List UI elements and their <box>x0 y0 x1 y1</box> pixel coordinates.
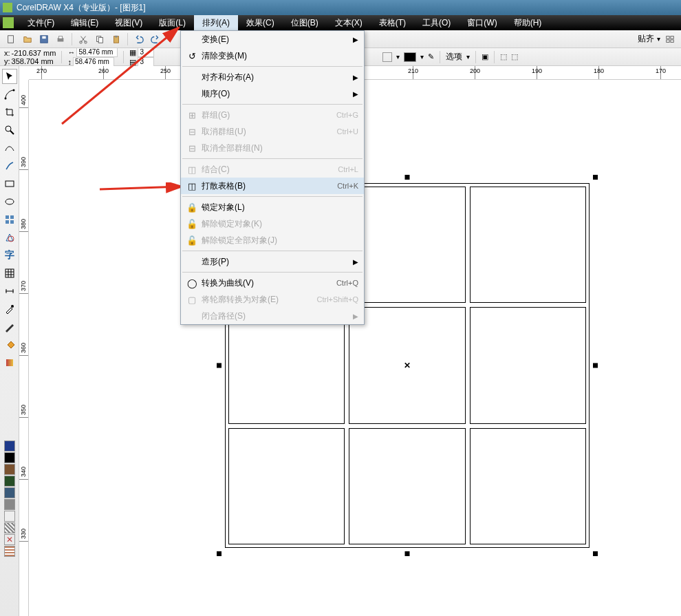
to-front-button[interactable]: ⬚ <box>500 52 507 61</box>
menu-4[interactable]: 排列(A) <box>194 15 238 31</box>
undo-button[interactable] <box>132 32 146 46</box>
outline-icon: ▢ <box>184 295 200 305</box>
cols-input[interactable] <box>138 47 154 57</box>
menu-5[interactable]: 效果(C) <box>238 15 283 31</box>
snap-dropdown-arrow[interactable]: ▾ <box>657 35 660 43</box>
width-icon: ↔ <box>67 48 75 56</box>
menu-item[interactable]: 对齐和分布(A)▶ <box>181 69 364 85</box>
copy-button[interactable] <box>93 32 107 46</box>
menu-item[interactable]: 变换(E)▶ <box>181 31 364 47</box>
menu-0[interactable]: 文件(F) <box>19 15 63 31</box>
menu-7[interactable]: 文本(X) <box>327 15 371 31</box>
polygon-tool[interactable] <box>2 212 17 227</box>
menu-item-label: 对齐和分布(A) <box>202 72 358 83</box>
save-button[interactable] <box>37 32 51 46</box>
basic-shape-tool[interactable] <box>2 230 17 245</box>
menu-11[interactable]: 帮助(H) <box>506 15 550 31</box>
menu-item[interactable]: 造形(P)▶ <box>181 253 364 270</box>
options-dropdown-arrow[interactable]: ▾ <box>466 53 470 61</box>
freehand-tool[interactable] <box>2 140 17 156</box>
selection-handle[interactable] <box>405 551 410 556</box>
shape-tool[interactable] <box>2 87 17 102</box>
menu-item: ⊟取消群组(U)Ctrl+U <box>181 123 364 140</box>
selection-handle[interactable] <box>217 363 221 368</box>
svg-rect-19 <box>6 181 14 187</box>
palette-swatch[interactable] <box>4 511 15 522</box>
zoom-tool[interactable] <box>2 123 17 138</box>
menu-8[interactable]: 表格(T) <box>371 15 414 31</box>
svg-rect-13 <box>667 39 669 42</box>
combine-icon: ◫ <box>184 164 200 175</box>
cut-button[interactable] <box>76 32 90 46</box>
arrange-menu-dropdown: 变换(E)▶↺清除变换(M)对齐和分布(A)▶顺序(O)▶⊞群组(G)Ctrl+… <box>180 30 365 325</box>
outline-pen-icon[interactable]: ✎ <box>428 52 434 61</box>
palette-swatch[interactable] <box>4 440 15 452</box>
palette-swatch[interactable] <box>4 499 15 510</box>
palette-swatch[interactable] <box>4 487 15 498</box>
rows-input[interactable] <box>138 57 154 67</box>
color-swatch[interactable] <box>404 52 416 62</box>
table-cell[interactable] <box>470 187 586 303</box>
menu-item[interactable]: 顺序(O)▶ <box>181 85 364 102</box>
svg-point-16 <box>12 89 14 92</box>
menu-item-label: 打散表格(B) <box>202 180 337 192</box>
table-cell[interactable] <box>349 428 465 544</box>
smart-tool[interactable] <box>2 158 17 173</box>
y-value: 358.704 mm <box>12 57 54 65</box>
menu-1[interactable]: 编辑(E) <box>63 15 107 31</box>
fill-tool[interactable] <box>2 337 17 352</box>
width-input[interactable] <box>76 47 118 57</box>
fill-dropdown-arrow[interactable]: ▾ <box>396 53 400 61</box>
new-button[interactable] <box>4 32 18 46</box>
dimension-tool[interactable] <box>2 284 17 299</box>
outline-tool[interactable] <box>2 319 17 334</box>
interactive-fill-tool[interactable] <box>2 355 17 370</box>
redo-button[interactable] <box>149 32 162 46</box>
paste-button[interactable] <box>109 32 123 46</box>
menu-6[interactable]: 位图(B) <box>283 15 327 31</box>
crop-tool[interactable] <box>2 105 17 120</box>
menu-item[interactable]: 🔒锁定对象(L) <box>181 199 364 215</box>
palette-swatch[interactable] <box>4 476 15 487</box>
selection-handle[interactable] <box>593 551 598 556</box>
menu-item[interactable]: ◫打散表格(B)Ctrl+K <box>181 178 364 194</box>
table-tool[interactable] <box>2 266 17 281</box>
palette-swatch-none[interactable]: ✕ <box>4 534 15 545</box>
palette-swatch[interactable] <box>4 464 15 475</box>
menu-item[interactable]: ↺清除变换(M) <box>181 47 364 64</box>
menu-9[interactable]: 工具(O) <box>414 15 459 31</box>
menu-item: 🔓解除锁定对象(K) <box>181 215 364 232</box>
menu-item[interactable]: ◯转换为曲线(V)Ctrl+Q <box>181 275 364 291</box>
menu-10[interactable]: 窗口(W) <box>459 15 505 31</box>
options-button2[interactable] <box>663 32 677 46</box>
ellipse-tool[interactable] <box>2 194 17 209</box>
menu-2[interactable]: 视图(V) <box>107 15 151 31</box>
selection-handle[interactable] <box>593 363 598 368</box>
table-cell[interactable] <box>470 428 586 544</box>
text-tool[interactable]: 字 <box>2 248 17 263</box>
clear-icon: ↺ <box>184 51 200 61</box>
eyedropper-tool[interactable] <box>2 301 17 317</box>
palette-swatch[interactable] <box>4 452 15 463</box>
svg-rect-4 <box>58 36 62 39</box>
menu-3[interactable]: 版面(L) <box>151 15 194 31</box>
group-icon: ⊞ <box>184 110 200 120</box>
rectangle-tool[interactable] <box>2 176 17 191</box>
lock-icon: 🔒 <box>184 202 200 213</box>
table-cell[interactable] <box>470 307 586 423</box>
open-button[interactable] <box>21 32 34 46</box>
table-cell[interactable] <box>228 428 345 544</box>
color-dropdown-arrow[interactable]: ▾ <box>420 53 424 61</box>
print-button[interactable] <box>54 32 67 46</box>
pick-tool[interactable] <box>2 69 17 84</box>
selection-handle[interactable] <box>405 175 410 180</box>
fill-dropdown[interactable] <box>382 52 392 62</box>
palette-swatch-striped[interactable] <box>4 522 15 533</box>
palette-swatch-pattern[interactable] <box>4 546 15 557</box>
table-cell[interactable] <box>349 187 465 303</box>
to-back-button[interactable]: ⬚ <box>511 52 518 61</box>
height-input[interactable] <box>73 57 114 67</box>
selection-handle[interactable] <box>593 175 598 180</box>
wrap-button[interactable]: ▣ <box>482 52 488 61</box>
selection-handle[interactable] <box>217 551 221 556</box>
